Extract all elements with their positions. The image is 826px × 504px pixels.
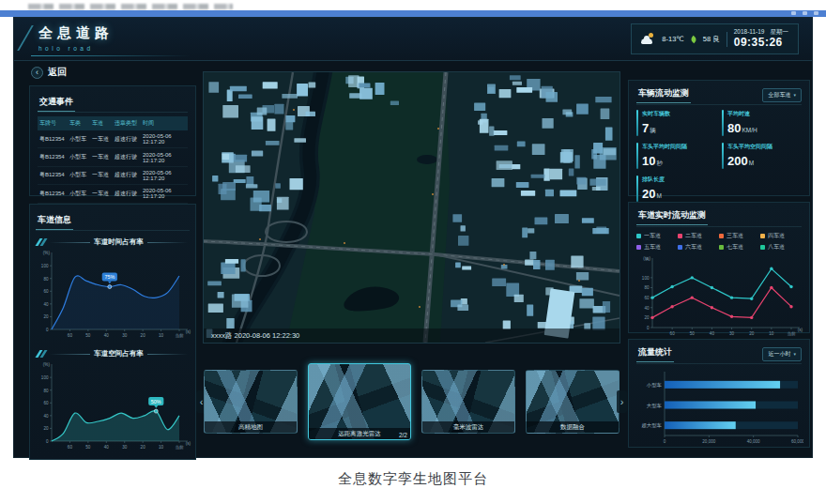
date-text: 2018-11-19 — [734, 28, 765, 36]
time-range-dropdown[interactable]: 近一小时 ▾ — [762, 347, 802, 361]
svg-text:40: 40 — [104, 333, 110, 338]
stat-value-row: 10秒 — [642, 152, 687, 169]
stat-unit: M — [656, 192, 661, 199]
legend-item[interactable]: 七车道 — [719, 243, 760, 252]
stat-accent-bar — [722, 143, 724, 169]
svg-text:80: 80 — [43, 389, 49, 393]
legend-item[interactable]: 三车道 — [719, 232, 760, 240]
app-title-block: 全息道路 holo road — [38, 24, 114, 52]
realtime-flow-panel: 车道实时流动监测 一车道二车道三车道四车道五车道六车道七车道八车道 (辆)(s)… — [628, 202, 810, 333]
svg-text:0: 0 — [46, 328, 49, 332]
window-controls[interactable] — [791, 11, 818, 15]
svg-text:大型车: 大型车 — [647, 403, 663, 408]
svg-text:80: 80 — [43, 277, 49, 282]
minimize-icon[interactable] — [791, 11, 796, 15]
thumbnail-label: 远距离激光雷达 — [309, 428, 410, 439]
main-content: ‹ 返回 交通事件 车牌号车类车道违章类型时间 粤B12354小型车一车道超速行… — [14, 61, 812, 457]
column-header: 违章类型 — [115, 119, 143, 128]
events-table-header: 车牌号车类车道违章类型时间 — [38, 116, 188, 130]
space-occupancy-title: 车道空间占有率 — [94, 349, 144, 359]
slash-decoration-icon — [38, 350, 44, 358]
table-cell: 粤B12354 — [39, 171, 69, 179]
city-map-svg — [204, 72, 620, 343]
svg-text:100: 100 — [41, 375, 49, 380]
svg-text:60: 60 — [43, 401, 49, 405]
table-row: 粤B12354小型车一车道超速行驶2020-05-06 12:17:20 — [38, 148, 188, 166]
stat-item: 排队长度20M — [636, 176, 716, 202]
right-column: 车辆流动监测 全部车道 ▾ 实时车辆数7辆平均时速80KM/H车头平均时间间隔1… — [628, 61, 810, 457]
space-occupancy-chart: (%)(s)020406080100605040302010当前50% — [36, 360, 191, 454]
thumbnail-page-badge: 2/2 — [399, 432, 407, 438]
close-icon[interactable] — [814, 11, 818, 15]
vehicle-flow-panel: 车辆流动监测 全部车道 ▾ 实时车辆数7辆平均时速80KM/H车头平均时间间隔1… — [628, 80, 810, 196]
svg-text:0: 0 — [647, 326, 650, 330]
svg-text:20: 20 — [43, 426, 49, 431]
left-column: ‹ 返回 交通事件 车牌号车类车道违章类型时间 粤B12354小型车一车道超速行… — [29, 61, 196, 457]
svg-text:10: 10 — [159, 333, 164, 338]
table-cell: 2020-05-06 12:17:20 — [143, 188, 186, 199]
legend-item[interactable]: 六车道 — [678, 243, 719, 252]
legend-item[interactable]: 一车道 — [636, 232, 678, 240]
legend-item[interactable]: 二车道 — [678, 232, 719, 240]
layer-thumbnail[interactable]: 毫米波雷达 — [421, 370, 515, 434]
table-cell: 粤B12354 — [39, 153, 69, 161]
carousel-next-button[interactable]: › — [617, 390, 627, 413]
svg-text:超大型车: 超大型车 — [641, 422, 662, 429]
table-cell: 一车道 — [92, 190, 115, 198]
svg-text:40: 40 — [43, 414, 49, 419]
dashboard-header: 全息道路 holo road 8-13℃ 58 良 2018-11-19 星期一… — [14, 18, 812, 61]
lane-info-title: 车道信息 — [36, 213, 73, 230]
svg-text:50%: 50% — [151, 399, 161, 405]
stat-text: 排队长度20M — [642, 176, 665, 202]
svg-text:当前: 当前 — [175, 445, 184, 450]
stat-label: 车头平均时间间隔 — [642, 143, 687, 151]
svg-text:60: 60 — [670, 331, 676, 336]
divider — [727, 32, 727, 47]
stat-accent-bar — [636, 143, 638, 169]
svg-text:(s): (s) — [186, 329, 191, 334]
stat-accent-bar — [636, 176, 638, 202]
table-cell: 2020-05-06 12:17:20 — [143, 133, 186, 145]
legend-swatch — [636, 245, 641, 250]
legend-item[interactable]: 八车道 — [760, 243, 802, 252]
legend-item[interactable]: 五车道 — [636, 243, 678, 252]
back-button[interactable]: ‹ 返回 — [31, 66, 196, 79]
layer-thumbnail[interactable]: 远距离激光雷达2/2 — [308, 363, 411, 440]
svg-text:60: 60 — [68, 333, 73, 338]
svg-text:60: 60 — [644, 296, 650, 300]
legend-label: 三车道 — [727, 232, 743, 240]
maximize-icon[interactable] — [803, 11, 807, 15]
svg-text:20: 20 — [43, 314, 49, 319]
map-3d-view[interactable]: xxxx路 2020-08-06 12:22:30 — [203, 71, 620, 344]
stat-text: 实时车辆数7辆 — [642, 110, 670, 136]
table-cell: 超速行驶 — [115, 153, 143, 161]
time-occupancy-title: 车道时间占有率 — [94, 237, 144, 247]
stat-value-row: 200M — [727, 152, 772, 169]
center-column: xxxx路 2020-08-06 12:22:30 ‹ 高精地图远距离激光雷达2… — [203, 61, 620, 457]
table-row: 粤B12354小型车一车道超速行驶2020-05-06 12:17:20 — [38, 185, 188, 203]
legend-label: 六车道 — [685, 243, 702, 252]
thumbnail-label: 毫米波雷达 — [422, 421, 514, 433]
flow-stats: 实时车辆数7辆平均时速80KM/H车头平均时间间隔10秒车头平均空间间隔200M… — [636, 110, 802, 202]
table-cell: 粤B12354 — [39, 135, 69, 144]
weather-widget: 8-13℃ 58 良 2018-11-19 星期一 09:35:26 — [631, 23, 799, 54]
stat-value: 80 — [727, 121, 741, 135]
window-title-bar — [0, 10, 826, 17]
layer-thumbnail[interactable]: 高精地图 — [204, 370, 298, 434]
svg-text:40: 40 — [104, 445, 110, 450]
dashboard: 全息道路 holo road 8-13℃ 58 良 2018-11-19 星期一… — [13, 17, 813, 458]
traffic-events-panel: 交通事件 车牌号车类车道违章类型时间 粤B12354小型车一车道超速行驶2020… — [29, 85, 196, 196]
lane-filter-dropdown[interactable]: 全部车道 ▾ — [762, 88, 802, 102]
chevron-left-icon: ‹ — [200, 396, 204, 407]
legend-item[interactable]: 四车道 — [760, 232, 802, 240]
svg-text:20: 20 — [141, 445, 146, 450]
table-row: 粤B12354小型车一车道超速行驶2020-05-06 12:17:20 — [38, 130, 188, 148]
stat-text: 车头平均空间间隔200M — [727, 143, 772, 169]
layer-thumbnail[interactable]: 数据融合 — [526, 370, 620, 434]
volume-bar-chart: 小型车大型车超大型车020,00040,00060,000 — [636, 369, 803, 448]
svg-text:10: 10 — [159, 445, 164, 450]
table-cell: 超速行驶 — [115, 190, 143, 198]
stat-label: 车头平均空间间隔 — [727, 143, 772, 151]
table-cell: 小型车 — [69, 171, 92, 179]
legend-label: 五车道 — [644, 243, 661, 252]
